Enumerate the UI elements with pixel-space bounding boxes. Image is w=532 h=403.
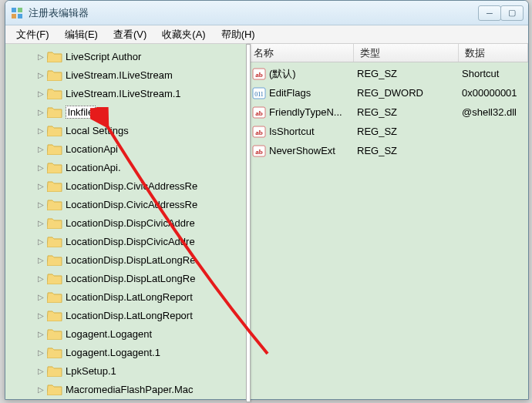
list-row[interactable]: ab(默认)REG_SZShortcut: [247, 64, 528, 83]
folder-icon: [47, 254, 62, 266]
menu-view[interactable]: 查看(V): [107, 26, 153, 43]
expand-arrow-icon[interactable]: ▷: [36, 237, 45, 246]
svg-rect-2: [12, 14, 16, 18]
tree-item[interactable]: ▷LocationDisp.DispCivicAddre: [36, 232, 247, 250]
cell-name: FriendlyTypeN...: [269, 106, 357, 118]
expand-arrow-icon[interactable]: ▷: [36, 292, 45, 301]
tree-item-label: LiveScript Author: [66, 51, 141, 62]
maximize-button[interactable]: ▢: [500, 5, 524, 21]
expand-arrow-icon[interactable]: ▷: [36, 163, 45, 172]
tree-pane[interactable]: ▷LiveScript Author▷LiveStream.ILiveStrea…: [5, 44, 247, 399]
tree-item-label: LocationDisp.DispCivicAddre: [66, 236, 195, 247]
tree-item[interactable]: ▷LocationDisp.LatLongReport: [36, 306, 247, 324]
tree-item[interactable]: ▷Local Settings: [36, 121, 247, 139]
tree-item-label: LocationDisp.DispCivicAddre: [66, 217, 195, 229]
expand-arrow-icon[interactable]: ▷: [36, 144, 45, 153]
list-pane[interactable]: 名称 类型 数据 ab(默认)REG_SZShortcut011EditFlag…: [247, 44, 528, 399]
expand-arrow-icon[interactable]: ▷: [36, 126, 45, 135]
tree-item[interactable]: ▷LocationDisp.DispLatLongRe: [36, 250, 247, 269]
svg-text:ab: ab: [255, 129, 263, 136]
folder-icon: [47, 87, 62, 99]
tree-item-label: LiveStream.ILiveStream.1: [66, 88, 181, 99]
menu-help[interactable]: 帮助(H): [215, 26, 261, 43]
tree-item[interactable]: ▷LocationDisp.CivicAddressRe: [36, 195, 247, 213]
tree-item[interactable]: ▷LocationDisp.LatLongReport: [36, 287, 247, 306]
tree-item[interactable]: ▷lnkfile: [36, 102, 247, 121]
tree-item-label: Logagent.Logagent: [66, 328, 152, 340]
window-buttons: ─ ▢: [479, 5, 524, 21]
folder-icon: [47, 290, 62, 303]
menu-favorites[interactable]: 收藏夹(A): [156, 26, 211, 43]
cell-name: EditFlags: [269, 87, 357, 99]
list-row[interactable]: abFriendlyTypeN...REG_SZ@shell32.dll: [247, 102, 528, 122]
menubar: 文件(F) 编辑(E) 查看(V) 收藏夹(A) 帮助(H): [5, 25, 528, 44]
tree-item[interactable]: ▷MacromediaFlashPaper.Mac: [36, 380, 247, 398]
expand-arrow-icon[interactable]: ▷: [36, 255, 45, 264]
expand-arrow-icon[interactable]: ▷: [36, 366, 45, 375]
expand-arrow-icon[interactable]: ▷: [36, 385, 45, 394]
expand-arrow-icon[interactable]: ▷: [36, 70, 45, 79]
folder-icon: [47, 180, 62, 192]
folder-icon: [47, 346, 62, 358]
expand-arrow-icon[interactable]: ▷: [36, 348, 45, 357]
tree-item-label: Logagent.Logagent.1: [66, 347, 160, 358]
tree-item-label: LocationDisp.DispLatLongRe: [66, 254, 195, 266]
folder-icon: [47, 198, 62, 210]
list-row[interactable]: abIsShortcutREG_SZ: [247, 122, 528, 141]
tree-item-label: LocationApi: [66, 143, 118, 155]
tree-item-label: LocationDisp.CivicAddressRe: [66, 180, 197, 192]
tree-item-label: LocationDisp.CivicAddressRe: [66, 199, 197, 210]
tree-item-label: LocationDisp.LatLongReport: [66, 310, 193, 321]
tree-item[interactable]: ▷LiveStream.ILiveStream.1: [36, 84, 247, 102]
svg-text:ab: ab: [255, 71, 263, 79]
expand-arrow-icon[interactable]: ▷: [36, 52, 45, 61]
tree-item[interactable]: ▷LiveScript Author: [36, 47, 247, 65]
value-type-icon: ab: [252, 126, 266, 138]
tree-item[interactable]: ▷LocationApi: [36, 139, 247, 158]
tree-item[interactable]: ▷LocationApi.: [36, 158, 247, 176]
svg-rect-1: [18, 8, 22, 12]
value-type-icon: ab: [252, 68, 266, 80]
value-type-icon: 011: [252, 87, 266, 99]
folder-icon: [47, 272, 62, 284]
cell-name: NeverShowExt: [269, 145, 357, 156]
tree-item[interactable]: ▷LocationDisp.CivicAddressRe: [36, 176, 247, 195]
column-header-data[interactable]: 数据: [459, 44, 528, 62]
expand-arrow-icon[interactable]: ▷: [36, 274, 45, 283]
svg-rect-0: [12, 8, 16, 12]
cell-type: REG_SZ: [357, 145, 462, 156]
folder-icon: [47, 235, 62, 247]
column-header-type[interactable]: 类型: [354, 44, 459, 62]
window-frame: 注册表编辑器 ─ ▢ 文件(F) 编辑(E) 查看(V) 收藏夹(A) 帮助(H…: [5, 0, 529, 400]
list-row[interactable]: abNeverShowExtREG_SZ: [247, 141, 528, 160]
tree-item[interactable]: ▷LpkSetup.1: [36, 361, 247, 380]
expand-arrow-icon[interactable]: ▷: [36, 89, 45, 98]
folder-icon: [47, 50, 62, 62]
svg-rect-3: [18, 14, 22, 18]
folder-icon: [47, 364, 62, 377]
minimize-button[interactable]: ─: [478, 5, 501, 21]
column-header-name[interactable]: 名称: [247, 44, 354, 62]
expand-arrow-icon[interactable]: ▷: [36, 107, 45, 116]
cell-type: REG_SZ: [357, 126, 462, 137]
expand-arrow-icon[interactable]: ▷: [36, 200, 45, 209]
tree-item[interactable]: ▷LiveStream.ILiveStream: [36, 65, 247, 84]
menu-edit[interactable]: 编辑(E): [59, 26, 104, 43]
tree-item[interactable]: ▷LocationDisp.DispCivicAddre: [36, 213, 247, 232]
tree-item[interactable]: ▷Logagent.Logagent: [36, 324, 247, 343]
cell-type: REG_SZ: [357, 68, 462, 79]
expand-arrow-icon[interactable]: ▷: [36, 311, 45, 320]
tree-item[interactable]: ▷Logagent.Logagent.1: [36, 343, 247, 361]
titlebar[interactable]: 注册表编辑器 ─ ▢: [5, 1, 528, 25]
expand-arrow-icon[interactable]: ▷: [36, 181, 45, 190]
expand-arrow-icon[interactable]: ▷: [36, 218, 45, 227]
expand-arrow-icon[interactable]: ▷: [36, 329, 45, 338]
tree-item-label: LiveStream.ILiveStream: [66, 69, 173, 81]
folder-icon: [47, 217, 62, 229]
list-row[interactable]: 011EditFlagsREG_DWORD0x00000001: [247, 83, 528, 102]
tree-item[interactable]: ▷LocationDisp.DispLatLongRe: [36, 269, 247, 287]
tree-item-label: MacromediaFlashPaper.Mac: [66, 384, 193, 395]
menu-file[interactable]: 文件(F): [10, 26, 56, 43]
folder-icon: [47, 161, 62, 173]
value-type-icon: ab: [252, 145, 266, 157]
